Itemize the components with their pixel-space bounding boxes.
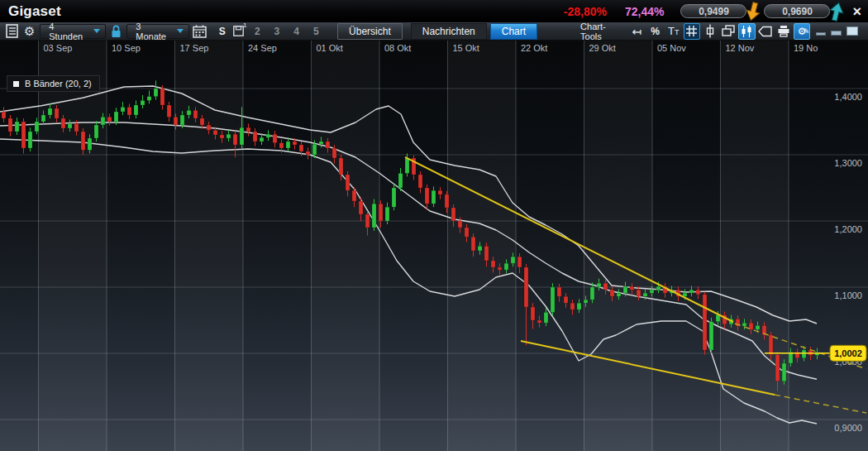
svg-text:1,1000: 1,1000 [834,290,862,300]
change-percent-positive: 72,44% [625,5,664,18]
chevron-down-icon [93,29,100,33]
window-size-controls [811,26,858,36]
save-layout-number: 1 [243,22,246,29]
calendar-icon [193,25,207,38]
svg-text:10 Sep: 10 Sep [112,43,141,53]
trading-app-window: Gigaset -28,80% 72,44% 0,9499 0,9690 × [0,0,868,451]
price-label-button[interactable] [757,23,774,40]
bid-price-button[interactable]: 0,9499 [680,4,746,18]
layout-small-icon[interactable] [816,32,826,36]
lock-icon [111,25,122,38]
arrow-up-icon [827,2,846,22]
template-s-button[interactable]: S [215,26,230,37]
list-icon [6,24,19,38]
undo-button[interactable]: ↤ [628,23,645,40]
watchlist-button[interactable] [4,23,20,39]
svg-text:19 No: 19 No [794,43,818,53]
text-annotation-button[interactable]: TT [665,23,682,40]
candlestick-chart[interactable]: 1,40001,30001,20001,10001,00000,900003 S… [0,41,868,451]
layout-4-button[interactable]: 4 [287,26,307,37]
range-dropdown[interactable]: 3 Monate [126,24,189,39]
instrument-title: Gigaset [8,3,61,20]
layout-5-button[interactable]: 5 [306,26,326,37]
gear-icon: ⚙ [24,24,35,39]
title-bar-right: -28,80% 72,44% 0,9499 0,9690 × [564,2,861,22]
interval-dropdown-value: 4 Stunden [49,22,85,41]
cascade-windows-icon [722,25,735,37]
ask-price-button[interactable]: 0,9690 [764,4,830,18]
grid-toggle-button[interactable] [684,23,700,40]
svg-text:1,0002: 1,0002 [834,348,862,358]
indicator-swatch-icon [13,81,19,87]
indicator-badge[interactable]: B Bänder (20, 2) [7,75,100,92]
percent-scale-button[interactable]: % [646,23,663,40]
chart-tools-label: Chart-Tools [580,22,622,41]
svg-text:08 Okt: 08 Okt [384,43,411,53]
price-chart-area[interactable]: 1,40001,30001,20001,10001,00000,900003 S… [0,41,868,451]
layout-medium-icon[interactable] [831,31,842,36]
svg-text:1,2000: 1,2000 [834,224,862,234]
chart-type-button[interactable] [738,23,755,40]
chart-toolbar: ⚙ 4 Stunden 3 Monate [0,22,868,41]
printer-icon [777,25,790,37]
svg-text:22 Okt: 22 Okt [521,43,547,53]
layout-3-button[interactable]: 3 [267,26,287,37]
windows-cascade-button[interactable] [720,23,737,40]
candle-tool-button[interactable] [702,23,718,40]
close-button[interactable]: × [852,4,861,19]
view-tabs: Übersicht Nachrichten Chart [337,23,537,40]
layout-2-button[interactable]: 2 [247,26,267,37]
price-tag-icon [758,26,772,37]
candlestick-icon [704,24,716,38]
chevron-down-icon [177,29,184,33]
interval-dropdown[interactable]: 4 Stunden [40,24,106,39]
svg-text:1,4000: 1,4000 [834,92,862,102]
grid-icon [685,25,698,37]
arrow-down-icon [744,2,762,22]
svg-text:0,9000: 0,9000 [834,423,862,433]
lock-button[interactable] [108,23,124,39]
undo-arrow-icon: ↤ [632,25,641,38]
save-layout-1-button[interactable]: 1 [230,23,248,39]
print-button[interactable] [775,23,792,40]
text-tool-icon: TT [668,25,679,37]
calendar-button[interactable] [192,23,207,39]
svg-text:24 Sep: 24 Sep [248,43,277,53]
svg-text:05 Nov: 05 Nov [657,43,686,53]
settings-button[interactable]: ⚙ [21,23,37,39]
svg-text:03 Sep: 03 Sep [44,43,73,53]
svg-text:1,3000: 1,3000 [834,158,862,168]
chart-settings-button[interactable]: ⚙✎ [794,23,810,40]
title-bar: Gigaset -28,80% 72,44% 0,9499 0,9690 × [0,0,868,22]
chart-candles-icon [740,25,753,38]
tab-nachrichten[interactable]: Nachrichten [411,23,487,40]
change-percent-negative: -28,80% [564,5,607,18]
svg-text:01 Okt: 01 Okt [317,43,343,53]
svg-text:17 Sep: 17 Sep [180,43,209,53]
range-dropdown-value: 3 Monate [136,22,169,41]
indicator-label: B Bänder (20, 2) [25,79,92,89]
percent-icon: % [651,26,660,37]
gear-pencil-icon: ⚙✎ [798,26,807,37]
svg-text:15 Okt: 15 Okt [453,43,479,53]
svg-text:12 Nov: 12 Nov [726,43,755,53]
tab-uebersicht[interactable]: Übersicht [337,23,403,40]
layout-maximize-icon[interactable] [847,26,858,36]
svg-text:29 Okt: 29 Okt [589,43,616,53]
tab-chart[interactable]: Chart [490,23,537,40]
